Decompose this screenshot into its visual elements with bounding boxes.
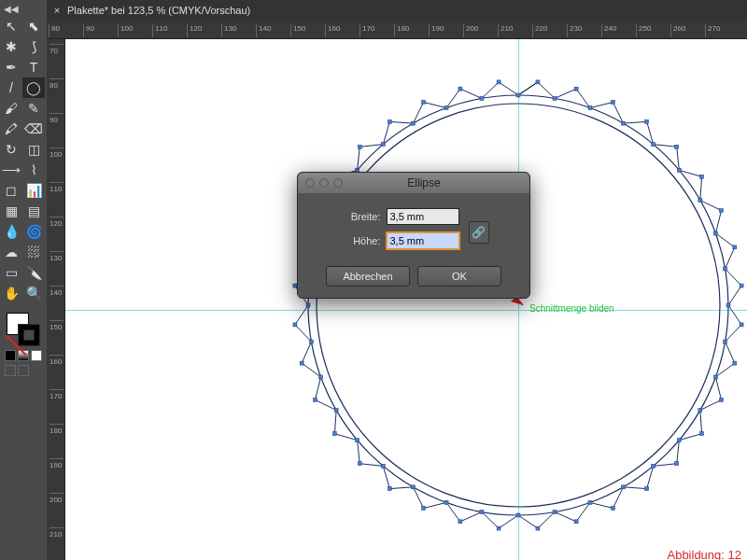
- svg-rect-72: [480, 96, 484, 100]
- zoom-tool[interactable]: 🔍: [22, 283, 45, 303]
- svg-rect-51: [313, 398, 317, 401]
- svg-rect-40: [480, 511, 484, 514]
- svg-rect-7: [611, 100, 614, 104]
- svg-rect-19: [740, 284, 743, 287]
- column-graph-tool[interactable]: ⛆: [22, 242, 45, 262]
- svg-rect-70: [444, 106, 448, 110]
- svg-rect-26: [698, 409, 702, 413]
- fill-stroke-swatch[interactable]: [7, 313, 40, 346]
- svg-rect-32: [622, 485, 626, 489]
- slice-tool[interactable]: 🔪: [22, 262, 45, 283]
- magic-wand-tool[interactable]: ✱: [0, 36, 22, 57]
- lasso-tool[interactable]: ⟆: [22, 36, 45, 57]
- svg-rect-12: [677, 168, 681, 172]
- stroke-color[interactable]: [18, 324, 40, 346]
- blob-brush-tool[interactable]: 🖍: [0, 119, 22, 139]
- screen-mode-normal[interactable]: [5, 365, 16, 376]
- svg-rect-31: [645, 487, 649, 491]
- svg-rect-73: [497, 80, 500, 84]
- svg-rect-18: [724, 267, 727, 271]
- screen-mode-full[interactable]: [18, 365, 29, 376]
- height-input[interactable]: [387, 232, 459, 249]
- color-mode-none[interactable]: [31, 350, 42, 361]
- svg-rect-6: [588, 106, 592, 110]
- type-tool[interactable]: T: [22, 57, 45, 77]
- svg-rect-54: [309, 340, 313, 343]
- svg-rect-5: [574, 87, 578, 91]
- width-tool[interactable]: ⟶: [0, 160, 22, 180]
- cancel-button[interactable]: Abbrechen: [326, 266, 410, 287]
- scale-tool[interactable]: ◫: [22, 139, 45, 160]
- width-label: Breite:: [339, 211, 381, 222]
- rotate-tool[interactable]: ↻: [0, 139, 22, 160]
- svg-rect-50: [334, 409, 338, 413]
- svg-rect-2: [516, 93, 520, 97]
- svg-rect-42: [444, 500, 448, 504]
- svg-rect-55: [293, 323, 297, 327]
- dialog-titlebar[interactable]: Ellipse: [298, 173, 529, 193]
- tab-close-button[interactable]: ×: [50, 5, 63, 16]
- svg-point-1: [317, 104, 720, 507]
- horizontal-ruler: 8090100110120130140150160170180190200210…: [47, 21, 747, 39]
- canvas[interactable]: Schnittmenge bilden Abbildung: 12 Ellips…: [65, 39, 747, 560]
- svg-rect-16: [713, 231, 717, 235]
- svg-rect-69: [422, 100, 426, 104]
- eraser-tool[interactable]: ⌫: [22, 119, 45, 139]
- svg-rect-47: [358, 462, 361, 466]
- svg-rect-45: [388, 487, 391, 491]
- svg-rect-68: [412, 121, 416, 125]
- ellipse-tool[interactable]: ◯: [22, 77, 45, 98]
- svg-rect-43: [422, 507, 426, 511]
- svg-rect-36: [553, 511, 557, 514]
- svg-rect-33: [611, 507, 614, 511]
- paintbrush-tool[interactable]: 🖌: [0, 98, 22, 119]
- svg-rect-65: [358, 145, 361, 148]
- hand-tool[interactable]: ✋: [0, 283, 22, 303]
- blend-tool[interactable]: 🌀: [22, 221, 45, 242]
- perspective-grid-tool[interactable]: 📊: [22, 180, 45, 201]
- eyedropper-tool[interactable]: 💧: [0, 221, 22, 242]
- ok-button[interactable]: OK: [417, 266, 501, 287]
- svg-rect-41: [458, 520, 462, 524]
- svg-rect-38: [516, 513, 520, 517]
- gradient-tool[interactable]: ▤: [22, 201, 45, 221]
- symbol-sprayer-tool[interactable]: ☁: [0, 242, 22, 262]
- svg-rect-71: [458, 87, 462, 91]
- svg-rect-49: [332, 432, 336, 436]
- svg-rect-30: [652, 464, 655, 468]
- warp-tool[interactable]: ⌇: [22, 160, 45, 180]
- svg-rect-22: [724, 340, 727, 343]
- main-area: × Plakette* bei 123,5 % (CMYK/Vorschau) …: [47, 0, 747, 560]
- svg-rect-17: [733, 245, 737, 249]
- window-zoom-icon[interactable]: [333, 178, 343, 188]
- direct-selection-tool[interactable]: ⬉: [22, 16, 45, 36]
- artboard-tool[interactable]: ▭: [0, 262, 22, 283]
- constrain-proportions-button[interactable]: 🔗: [469, 221, 489, 244]
- window-minimize-icon[interactable]: [319, 178, 329, 188]
- tools-panel: ◀◀ ↖ ⬉ ✱ ⟆ ✒ T / ◯ 🖌 ✎ 🖍 ⌫ ↻ ◫ ⟶: [0, 0, 47, 560]
- svg-rect-21: [740, 323, 743, 327]
- tools-collapse-handle[interactable]: ◀◀: [0, 2, 47, 16]
- figure-label: Abbildung: 12: [667, 548, 741, 560]
- window-close-icon[interactable]: [305, 178, 315, 188]
- mesh-tool[interactable]: ▦: [0, 201, 22, 221]
- svg-rect-20: [726, 303, 730, 307]
- shape-builder-tool[interactable]: ◻: [0, 180, 22, 201]
- pen-tool[interactable]: ✒: [0, 57, 22, 77]
- svg-rect-56: [306, 303, 310, 307]
- height-label: Höhe:: [339, 235, 381, 246]
- svg-rect-10: [652, 143, 655, 147]
- svg-rect-67: [388, 119, 391, 123]
- document-tab-bar: × Plakette* bei 123,5 % (CMYK/Vorschau): [47, 0, 747, 21]
- svg-rect-34: [588, 500, 592, 504]
- line-tool[interactable]: /: [0, 77, 22, 98]
- svg-rect-15: [720, 209, 724, 213]
- svg-rect-24: [713, 375, 717, 379]
- color-mode-solid[interactable]: [5, 350, 16, 361]
- svg-rect-3: [536, 80, 540, 84]
- pencil-tool[interactable]: ✎: [22, 98, 45, 119]
- width-input[interactable]: [387, 208, 459, 225]
- svg-rect-35: [574, 520, 578, 524]
- selection-tool[interactable]: ↖: [0, 16, 22, 36]
- svg-rect-46: [381, 464, 385, 468]
